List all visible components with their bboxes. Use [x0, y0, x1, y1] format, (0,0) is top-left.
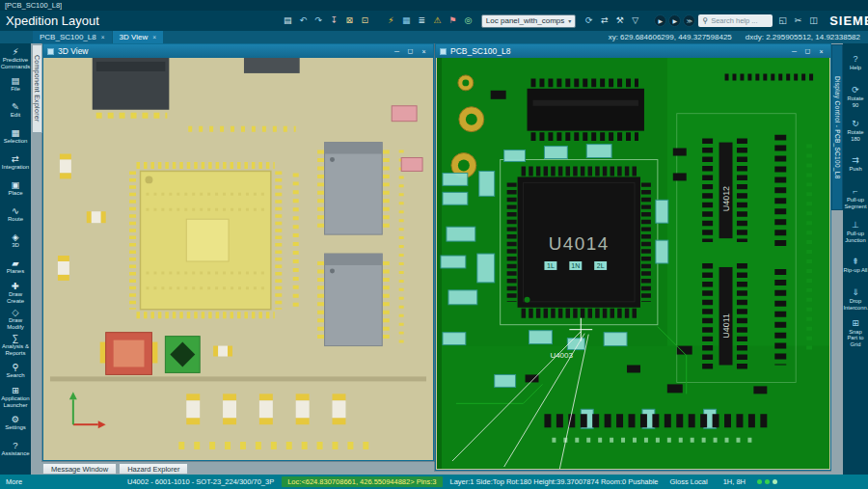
- status-location: Loc:<624.830708661, 426.550944882> Pins:…: [282, 476, 442, 487]
- close-button[interactable]: ×: [816, 46, 827, 56]
- panel-item-snap-part-to-grid[interactable]: ⊞ Snap Part to Grid: [843, 316, 868, 350]
- bottom-tab-label: Message Window: [51, 465, 108, 474]
- display-control-tab[interactable]: Display Control - PCB_SC100_L8: [831, 44, 843, 210]
- panel-item-push[interactable]: ⇉ Push: [843, 148, 868, 181]
- tile-button[interactable]: ◫: [806, 14, 821, 29]
- 3d-red-component[interactable]: [100, 333, 158, 375]
- pcb-titlebar[interactable]: PCB_SC100_L8 ─ ◻ ×: [436, 44, 830, 58]
- sidebar-item-application-launcher[interactable]: ⊞ Application Launcher: [0, 384, 31, 410]
- panel-item-label: Push: [849, 166, 861, 172]
- pcb-canvas[interactable]: U4014 1L 1N 2L: [437, 58, 829, 469]
- redo-icon: ↷: [315, 16, 323, 25]
- cut-button[interactable]: ✂: [791, 14, 805, 29]
- sidebar-item-integration[interactable]: ⇄ Integration: [0, 149, 31, 176]
- sidebar-item-route[interactable]: ∿ Route: [0, 202, 31, 228]
- pcb-chip-u4014[interactable]: U4014 1L 1N 2L: [501, 160, 658, 325]
- panel-item-label: Drop Interconn...: [844, 298, 868, 310]
- pin-marker-1n: 1N: [571, 262, 580, 269]
- highlight-button[interactable]: ⚡: [384, 14, 398, 29]
- play-icon: ▶: [658, 17, 663, 24]
- document-title: [PCB_SC100_L8]: [5, 1, 62, 10]
- save-button[interactable]: ▤: [281, 14, 295, 29]
- target-button[interactable]: ◎: [461, 14, 475, 29]
- silkscreen-u4003: U4003: [550, 351, 573, 360]
- 3d-soic-chip-2[interactable]: [321, 254, 387, 346]
- pin-button[interactable]: ↧: [327, 14, 341, 29]
- sidebar-item-selection[interactable]: ▦ Selection: [0, 123, 31, 149]
- panel-item-ripup-all[interactable]: ⇞ Rip-up All: [843, 249, 868, 283]
- drc-button[interactable]: ⚠: [430, 14, 445, 29]
- swap-icon: ⇄: [601, 16, 609, 25]
- pin-icon: ↧: [331, 16, 339, 25]
- cascade-button[interactable]: ◱: [775, 14, 790, 29]
- sidebar-item-draw-modify[interactable]: ◇ Draw Modify: [0, 306, 31, 332]
- tab-pcb-sc100-l8[interactable]: PCB_SC100_L8 ×: [33, 31, 112, 43]
- flag-button[interactable]: ⚑: [446, 14, 460, 29]
- sidebar-item-3d[interactable]: ◈ 3D: [0, 228, 31, 254]
- swap-button[interactable]: ⇄: [597, 14, 611, 29]
- panel-item-rotate-90[interactable]: ⟳ Rotate 90: [843, 80, 868, 114]
- 3d-connector[interactable]: [93, 58, 170, 116]
- 3d-view-titlebar[interactable]: 3D View ─ ◻ ×: [43, 44, 433, 58]
- layers-button[interactable]: ≣: [415, 14, 429, 29]
- sidebar-item-draw-create[interactable]: ✚ Draw Create: [0, 280, 31, 306]
- sidebar-item-settings[interactable]: ⚙ Settings: [0, 410, 31, 436]
- undo-button[interactable]: ↶: [296, 14, 311, 29]
- app-title: Xpedition Layout: [6, 14, 99, 28]
- close-icon[interactable]: ×: [101, 34, 105, 41]
- help-search-input[interactable]: [711, 16, 769, 25]
- tools-button[interactable]: ⚒: [612, 14, 627, 29]
- scheme-dropdown[interactable]: Loc panel_with_comps ▾: [481, 14, 576, 28]
- panel-item-help[interactable]: ? Help: [843, 46, 868, 80]
- panel-item-pullup-segment[interactable]: ⌐ Pull-up Segment: [843, 181, 868, 215]
- tab-3d-view[interactable]: 3D View ×: [113, 31, 163, 43]
- refresh-button[interactable]: ⟳: [582, 14, 596, 29]
- sidebar-item-label: Analysis & Reports: [1, 343, 31, 356]
- panel-item-pullup-junction[interactable]: ⊥ Pull-up Junction: [843, 215, 868, 249]
- maximize-button[interactable]: ◻: [405, 46, 416, 56]
- pcb-top-connector[interactable]: [528, 83, 644, 137]
- tab-hazard-explorer[interactable]: Hazard Explorer: [119, 463, 188, 475]
- 3d-view-canvas[interactable]: [44, 58, 432, 459]
- component-explorer-tab[interactable]: Component Explorer: [32, 44, 42, 133]
- sidebar-item-label: Application Launcher: [1, 395, 31, 408]
- 3d-board-render: [44, 58, 432, 459]
- status-indicators: [757, 479, 777, 484]
- redo-button[interactable]: ↷: [312, 14, 326, 29]
- help-search: ⚲: [698, 14, 773, 27]
- sidebar-item-search[interactable]: ⚲ Search: [0, 358, 31, 384]
- minimize-button[interactable]: ─: [392, 46, 402, 56]
- 3d-qfp-chip[interactable]: [133, 165, 279, 314]
- run-button-1[interactable]: ▶: [654, 14, 666, 27]
- filter-button[interactable]: ▽: [628, 14, 642, 29]
- window-title: PCB_SC100_L8: [450, 46, 785, 56]
- tab-message-window[interactable]: Message Window: [42, 463, 117, 475]
- close-icon[interactable]: ×: [152, 34, 156, 41]
- sidebar-item-assistance[interactable]: ? Assistance: [0, 436, 31, 462]
- run-button-3[interactable]: ≫: [683, 14, 695, 27]
- close-button[interactable]: ×: [419, 46, 429, 56]
- sidebar-item-planes[interactable]: ▰ Planes: [0, 254, 31, 280]
- maximize-button[interactable]: ◻: [802, 46, 813, 56]
- 3d-green-component[interactable]: [165, 337, 200, 373]
- panel-item-label: Rotate 90: [844, 95, 868, 107]
- bottom-tab-strip: Message Window Hazard Explorer: [42, 463, 188, 475]
- run-button-2[interactable]: ▶: [668, 14, 681, 27]
- unlock-button[interactable]: ⊡: [358, 14, 372, 29]
- lock-button[interactable]: ⊠: [342, 14, 357, 29]
- 3d-soic-chip-1[interactable]: [321, 143, 387, 235]
- more-button[interactable]: More: [0, 477, 31, 486]
- sidebar-item-edit[interactable]: ✎ Edit: [0, 97, 31, 123]
- panel-item-rotate-180[interactable]: ↻ Rotate 180: [843, 114, 868, 148]
- sidebar-item-place[interactable]: ▣ Place: [0, 176, 31, 202]
- selection-icon: ▦: [12, 128, 20, 138]
- sidebar-item-file[interactable]: ▤ File: [0, 71, 31, 97]
- panel-item-drop-interconnect[interactable]: ⇓ Drop Interconn...: [843, 283, 868, 316]
- minimize-button[interactable]: ─: [789, 46, 800, 56]
- grid-button[interactable]: ▦: [399, 14, 414, 29]
- refresh-icon: ⟳: [585, 16, 593, 25]
- sidebar-item-label: Predictive Commands: [1, 57, 31, 69]
- sidebar-item-predictive-commands[interactable]: ⚡ Predictive Commands: [0, 45, 31, 71]
- sidebar-item-analysis-reports[interactable]: ∑ Analysis & Reports: [0, 332, 31, 358]
- cube-icon: ◈: [12, 232, 18, 242]
